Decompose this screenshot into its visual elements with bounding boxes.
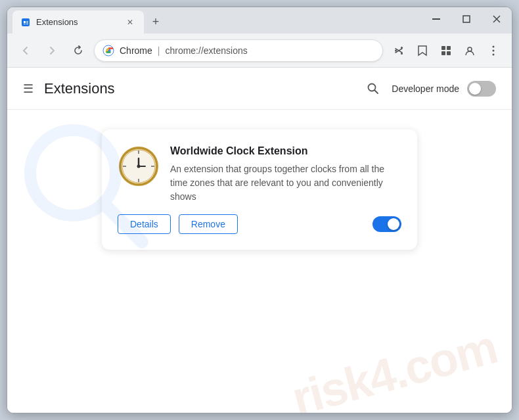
share-icon-button[interactable] [388,40,409,61]
close-button[interactable] [482,7,512,30]
developer-mode-label: Developer mode [392,83,459,94]
page-content: risk4.com ☰ Extensions Developer mode [7,68,512,413]
menu-icon-button[interactable]: ☰ [23,82,34,96]
svg-rect-17 [441,51,445,55]
svg-point-19 [468,47,472,51]
svg-rect-15 [441,46,445,50]
svg-point-22 [493,53,495,55]
svg-rect-13 [401,53,403,55]
window-controls [421,7,512,30]
extension-enable-toggle[interactable] [372,216,401,232]
page-title: Extensions [44,80,115,97]
developer-mode-toggle[interactable] [467,81,496,97]
extension-name: Worldwide Clock Extension [170,145,401,157]
browser-window: Extensions ✕ + [7,7,512,413]
extensions-body: Worldwide Clock Extension An extension t… [7,110,512,413]
tab-close-button[interactable]: ✕ [124,16,136,28]
svg-rect-7 [463,16,470,22]
title-bar: Extensions ✕ + [7,7,512,34]
svg-rect-18 [447,51,451,55]
minimize-button[interactable] [421,7,451,30]
svg-rect-3 [26,21,28,22]
toolbar-icons [388,40,504,61]
extension-icon [118,145,160,187]
svg-rect-16 [447,46,451,50]
header-left: ☰ Extensions [23,80,115,97]
search-button[interactable] [363,78,384,99]
svg-point-25 [369,83,376,91]
browser-brand-label: Chrome [120,45,152,56]
svg-rect-4 [26,22,28,23]
maximize-button[interactable] [451,7,482,30]
svg-point-21 [493,49,495,51]
active-tab[interactable]: Extensions ✕ [12,11,144,34]
address-divider: | [158,45,160,56]
toolbar: Chrome | chrome://extensions [7,34,512,68]
profile-icon-button[interactable] [459,40,480,61]
remove-button[interactable]: Remove [179,214,238,234]
forward-button[interactable] [41,40,62,61]
svg-rect-5 [26,24,28,24]
extension-card-bottom: Details Remove [118,214,401,234]
address-bar[interactable]: Chrome | chrome://extensions [94,39,383,62]
extension-card: Worldwide Clock Extension An extension t… [102,129,417,250]
svg-line-26 [375,90,378,93]
tab-title: Extensions [36,17,119,27]
svg-rect-12 [401,47,403,49]
svg-point-36 [137,165,141,168]
extensions-header: ☰ Extensions Developer mode [7,68,512,110]
new-tab-button[interactable]: + [147,12,165,31]
svg-rect-2 [24,24,26,24]
more-menu-button[interactable] [483,40,504,61]
extension-info: Worldwide Clock Extension An extension t… [170,145,401,204]
back-button[interactable] [15,40,36,61]
tab-favicon-icon [20,17,31,28]
svg-rect-6 [432,18,440,20]
header-right: Developer mode [363,78,496,99]
details-button[interactable]: Details [118,214,171,234]
reload-button[interactable] [68,40,89,61]
extensions-icon-button[interactable] [436,40,457,61]
svg-point-20 [493,45,495,47]
extension-card-top: Worldwide Clock Extension An extension t… [118,145,401,204]
extension-description: An extension that groups together clocks… [170,162,401,204]
bookmark-icon-button[interactable] [412,40,433,61]
svg-rect-14 [395,49,397,51]
svg-rect-1 [24,21,26,23]
chrome-logo-icon [102,45,114,57]
address-url: chrome://extensions [165,45,247,56]
